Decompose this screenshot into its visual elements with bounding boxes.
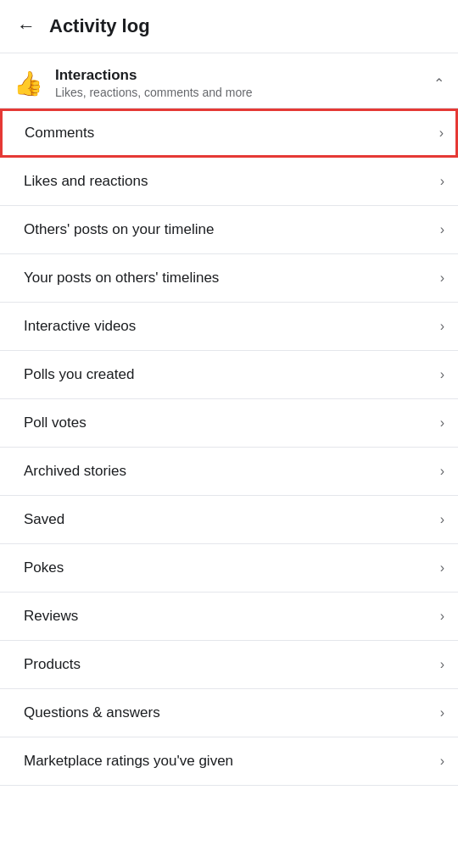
header: ← Activity log [0, 0, 458, 53]
menu-item-label: Comments [25, 125, 94, 142]
back-button[interactable]: ← [14, 12, 39, 41]
menu-item-label: Others' posts on your timeline [24, 221, 214, 238]
section-title: Interactions [55, 67, 253, 84]
menu-item[interactable]: Marketplace ratings you've given› [0, 737, 458, 786]
menu-item-label: Pokes [24, 559, 64, 576]
chevron-right-icon: › [440, 174, 444, 189]
chevron-right-icon: › [440, 609, 444, 624]
menu-item[interactable]: Your posts on others' timelines› [0, 254, 458, 303]
menu-item[interactable]: Others' posts on your timeline› [0, 206, 458, 254]
menu-item[interactable]: Questions & answers› [0, 689, 458, 737]
menu-item-label: Reviews [24, 608, 78, 625]
section-subtitle: Likes, reactions, comments and more [55, 86, 253, 99]
chevron-right-icon: › [440, 270, 444, 286]
menu-item-label: Marketplace ratings you've given [24, 753, 233, 770]
chevron-right-icon: › [440, 657, 444, 672]
chevron-right-icon: › [440, 705, 444, 721]
thumbs-up-icon: 👍 [14, 70, 43, 97]
menu-item[interactable]: Reviews› [0, 593, 458, 641]
page-title: Activity log [49, 15, 150, 37]
back-arrow-icon: ← [17, 15, 36, 37]
menu-item-label: Questions & answers [24, 704, 160, 721]
chevron-right-icon: › [440, 754, 444, 769]
chevron-right-icon: › [440, 464, 444, 479]
menu-item-label: Saved [24, 511, 64, 528]
chevron-right-icon: › [440, 415, 444, 431]
menu-item-label: Your posts on others' timelines [24, 270, 219, 287]
section-header-left: 👍 Interactions Likes, reactions, comment… [14, 67, 253, 99]
menu-item-label: Polls you created [24, 366, 134, 383]
menu-item-label: Poll votes [24, 415, 87, 431]
menu-item[interactable]: Polls you created› [0, 351, 458, 399]
menu-item[interactable]: Archived stories› [0, 448, 458, 496]
chevron-up-icon: ⌃ [433, 75, 444, 92]
menu-item-label: Interactive videos [24, 318, 136, 335]
menu-item[interactable]: Interactive videos› [0, 303, 458, 351]
menu-item[interactable]: Poll votes› [0, 399, 458, 448]
menu-item-label: Products [24, 656, 81, 673]
chevron-right-icon: › [440, 222, 444, 237]
section-title-block: Interactions Likes, reactions, comments … [55, 67, 253, 99]
menu-item[interactable]: Pokes› [0, 544, 458, 593]
interactions-section-header[interactable]: 👍 Interactions Likes, reactions, comment… [0, 53, 458, 108]
chevron-right-icon: › [440, 367, 444, 382]
menu-list: Comments›Likes and reactions›Others' pos… [0, 108, 458, 786]
menu-item[interactable]: Products› [0, 641, 458, 689]
menu-item[interactable]: Comments› [0, 108, 458, 158]
menu-item[interactable]: Likes and reactions› [0, 158, 458, 206]
chevron-right-icon: › [440, 560, 444, 576]
chevron-right-icon: › [439, 125, 444, 141]
menu-item[interactable]: Saved› [0, 496, 458, 544]
chevron-right-icon: › [440, 319, 444, 334]
chevron-right-icon: › [440, 512, 444, 527]
menu-item-label: Archived stories [24, 463, 126, 480]
menu-item-label: Likes and reactions [24, 173, 148, 190]
